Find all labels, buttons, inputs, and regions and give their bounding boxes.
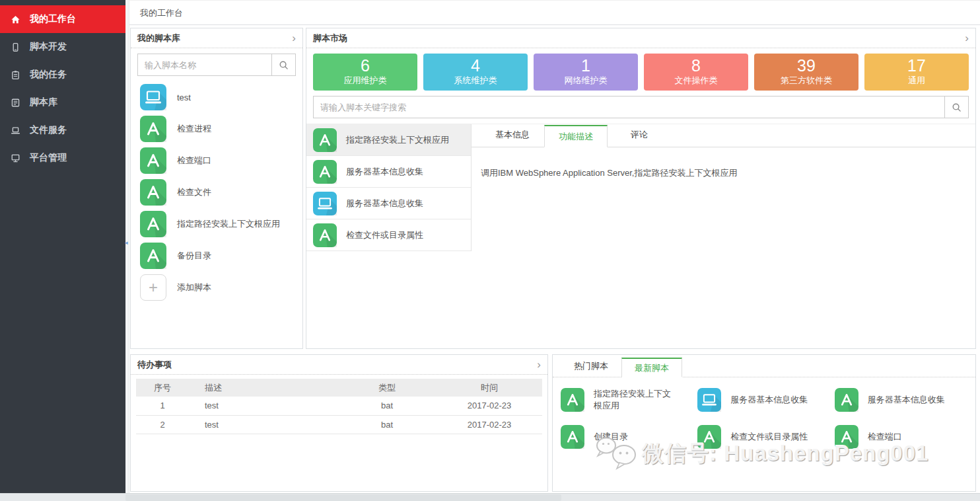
script-label: 指定路径安装上下文根应用	[594, 388, 676, 411]
list-item[interactable]: 指定路径安装上下文根应用	[561, 384, 697, 416]
laptop-icon	[11, 126, 20, 135]
list-item[interactable]: 检查文件或目录属性	[697, 421, 834, 453]
add-script-button[interactable]: + 添加脚本	[140, 272, 302, 303]
script-market-header: 脚本市场 ›	[306, 28, 975, 48]
script-label: 备份目录	[177, 250, 211, 262]
search-button[interactable]	[944, 96, 968, 118]
column-header: 类型	[337, 379, 437, 397]
category-count: 39	[754, 56, 858, 75]
script-label: 指定路径安装上下文根应用	[346, 134, 449, 146]
category-card-file-operations[interactable]: 8 文件操作类	[644, 54, 748, 91]
list-item[interactable]: 创建目录	[561, 421, 697, 453]
sidebar-item-script-dev[interactable]: 脚本开发	[0, 33, 125, 61]
script-label: test	[177, 93, 191, 102]
list-item[interactable]: test	[140, 81, 302, 113]
script-label: 检查进程	[177, 123, 211, 135]
sidebar-item-platform-admin[interactable]: 平台管理	[0, 144, 125, 172]
script-label: 检查端口	[868, 431, 902, 443]
category-card-network-maintenance[interactable]: 1 网络维护类	[534, 54, 638, 91]
category-label: 通用	[864, 75, 969, 87]
market-script-row[interactable]: 服务器基本信息收集	[306, 188, 471, 219]
sidebar-item-label: 文件服务	[30, 124, 67, 136]
search-button[interactable]	[271, 54, 295, 75]
panel-title: 我的脚本库	[137, 32, 180, 44]
tab-basic-info[interactable]: 基本信息	[481, 124, 544, 147]
script-label: 检查端口	[177, 155, 211, 167]
table-row[interactable]: 1 test bat 2017-02-23	[136, 397, 542, 415]
category-card-app-maintenance[interactable]: 6 应用维护类	[313, 54, 417, 91]
script-label: 服务器基本信息收集	[346, 198, 423, 210]
tab-function-description[interactable]: 功能描述	[544, 125, 608, 147]
market-script-list: 指定路径安装上下文根应用 服务器基本信息收集 服务器基本信息收集 检查文件或目录…	[306, 124, 472, 251]
workbench-page: 我的工作台 脚本开发 我的任务 脚本库 文件服务 平台管理 ◂ 我的工作台	[0, 0, 980, 501]
script-label: 服务器基本信息收集	[346, 166, 423, 178]
tab-comments[interactable]: 评论	[608, 124, 671, 147]
category-label: 应用维护类	[313, 75, 417, 87]
category-label: 第三方软件类	[754, 75, 858, 87]
category-card-general[interactable]: 17 通用	[864, 54, 969, 91]
cell-desc: test	[189, 415, 337, 434]
todo-table: 序号 描述 类型 时间 1 test bat 2017-02-23 2 test…	[136, 379, 542, 434]
my-script-library-header: 我的脚本库 ›	[131, 28, 302, 48]
list-item[interactable]: 服务器基本信息收集	[697, 384, 834, 416]
table-header-row: 序号 描述 类型 时间	[136, 379, 542, 397]
list-item[interactable]: 指定路径安装上下文根应用	[140, 208, 302, 240]
horizontal-scrollbar[interactable]	[0, 493, 980, 501]
category-label: 网络维护类	[534, 75, 638, 87]
collapse-arrow-icon[interactable]: ◂	[125, 239, 128, 246]
sidebar-item-workbench[interactable]: 我的工作台	[0, 5, 125, 33]
list-item[interactable]: 服务器基本信息收集	[835, 384, 971, 416]
script-label: 指定路径安装上下文根应用	[177, 218, 280, 230]
cell-type: bat	[337, 415, 437, 434]
sidebar: 我的工作台 脚本开发 我的任务 脚本库 文件服务 平台管理	[0, 0, 125, 493]
market-script-row[interactable]: 指定路径安装上下文根应用	[306, 124, 471, 156]
home-icon	[11, 15, 20, 24]
category-card-third-party[interactable]: 39 第三方软件类	[754, 54, 858, 91]
sidebar-item-file-service[interactable]: 文件服务	[0, 116, 125, 144]
market-script-row[interactable]: 检查文件或目录属性	[306, 219, 471, 251]
clipboard-icon	[11, 70, 20, 80]
list-item[interactable]: 检查端口	[835, 421, 971, 453]
column-header: 序号	[136, 379, 189, 397]
script-description: 调用IBM WebSphere Application Server,指定路径安…	[472, 147, 975, 199]
category-label: 系统维护类	[423, 75, 528, 87]
tab-latest-scripts[interactable]: 最新脚本	[621, 358, 682, 377]
panel-title: 脚本市场	[313, 32, 347, 44]
category-card-system-maintenance[interactable]: 4 系统维护类	[423, 54, 528, 91]
chevron-right-icon[interactable]: ›	[292, 32, 296, 44]
appstore-icon	[561, 425, 584, 449]
appstore-icon	[697, 425, 721, 449]
latest-tabs: 热门脚本 最新脚本	[553, 356, 975, 377]
column-header: 时间	[437, 379, 542, 397]
list-item[interactable]: 备份目录	[140, 240, 302, 272]
latest-scripts-panel: 热门脚本 最新脚本 指定路径安装上下文根应用 服务器基本信息收集 服务器基本信息…	[552, 354, 976, 492]
laptop-app-icon	[140, 84, 166, 110]
table-row[interactable]: 2 test bat 2017-02-23	[136, 415, 542, 434]
cell-seq: 1	[136, 397, 189, 415]
appstore-icon	[313, 160, 337, 184]
book-icon	[11, 98, 20, 108]
sidebar-item-my-tasks[interactable]: 我的任务	[0, 61, 125, 89]
tab-hot-scripts[interactable]: 热门脚本	[561, 357, 621, 377]
appstore-icon	[313, 128, 337, 152]
list-item[interactable]: 检查文件	[140, 176, 302, 208]
market-script-row[interactable]: 服务器基本信息收集	[306, 156, 471, 188]
list-item[interactable]: 检查进程	[140, 113, 302, 145]
chevron-right-icon[interactable]: ›	[537, 359, 541, 370]
appstore-icon	[140, 211, 166, 237]
category-count: 1	[534, 56, 638, 75]
laptop-app-icon	[313, 192, 337, 215]
scrollbar-thumb[interactable]	[125, 494, 561, 501]
monitor-icon	[11, 153, 20, 163]
sidebar-item-script-library[interactable]: 脚本库	[0, 89, 125, 116]
mobile-device-icon	[11, 42, 20, 52]
list-item[interactable]: 检查端口	[140, 145, 302, 176]
chevron-right-icon[interactable]: ›	[965, 32, 969, 44]
sidebar-splitter[interactable]: ◂	[125, 0, 129, 493]
category-count: 8	[644, 56, 748, 75]
market-search-input[interactable]	[314, 96, 944, 118]
my-script-library-panel: 我的脚本库 › test 检查进程 检查端口 检查文件	[130, 28, 303, 349]
my-script-search-input[interactable]	[138, 54, 271, 75]
my-script-searchbox	[137, 54, 296, 76]
sidebar-item-label: 平台管理	[30, 152, 67, 164]
